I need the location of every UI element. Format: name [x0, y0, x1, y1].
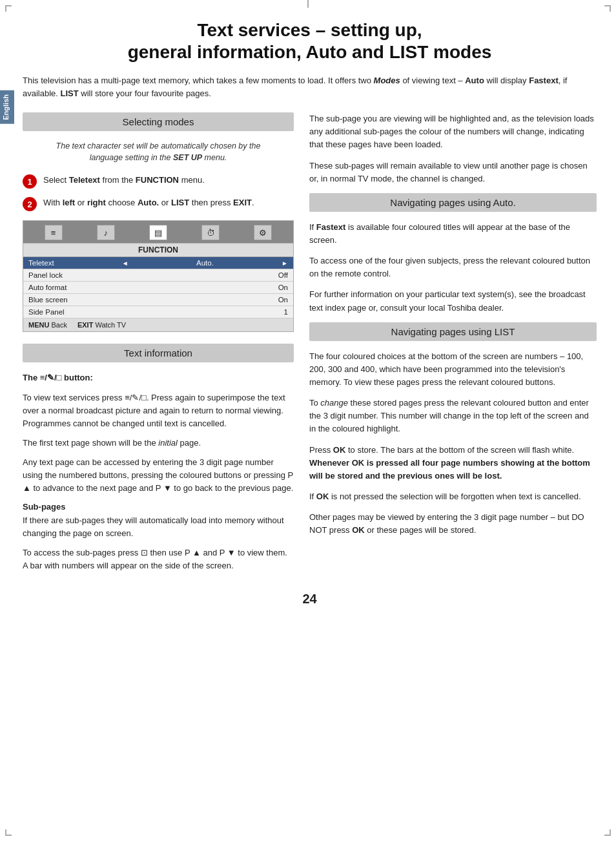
menu-row-blue-screen: Blue screen On	[23, 294, 293, 306]
subpages-heading: Sub-pages	[23, 502, 294, 512]
subpage-highlight-para: The sub-page you are viewing will be hig…	[309, 112, 597, 151]
corner-decoration-br	[604, 829, 611, 836]
step-2-number: 2	[23, 197, 37, 211]
step-1-number: 1	[23, 174, 37, 189]
menu-row-auto-format: Auto format On	[23, 282, 293, 294]
menu-label-blue-screen: Blue screen	[28, 296, 68, 304]
top-tick-decoration	[307, 0, 309, 8]
text-information-header: Text information	[23, 344, 294, 362]
menu-label-side-panel: Side Panel	[28, 308, 65, 316]
left-column: Selecting modes The text character set w…	[23, 112, 294, 579]
button-description: To view text services press ≡/✎/□. Press…	[23, 391, 294, 430]
text-information-section: Text information The ≡/✎/□ button: To vi…	[23, 344, 294, 572]
subpage-remain-para: These sub-pages will remain available to…	[309, 160, 597, 185]
italic-note: The text character set will be automatic…	[23, 140, 294, 163]
menu-value-blue-screen: On	[278, 296, 288, 304]
two-column-layout: Selecting modes The text character set w…	[23, 112, 597, 579]
menu-value-teletext: Auto.	[196, 259, 214, 267]
function-menu-title: FUNCTION	[23, 243, 293, 257]
menu-icon-music: ♪	[97, 225, 115, 240]
ok-not-pressed-para: If OK is not pressed the selection will …	[309, 490, 597, 503]
menu-icon-list: ≡	[45, 225, 63, 240]
corner-decoration-tr	[604, 5, 611, 12]
menu-value-side-panel: 1	[284, 308, 288, 316]
menu-label-auto-format: Auto format	[28, 284, 67, 291]
menu-arrow-right: ►	[282, 260, 288, 267]
menu-label-teletext: Teletext	[28, 259, 54, 267]
first-page-note: The first text page shown will be the in…	[23, 437, 294, 450]
page-number: 24	[23, 592, 597, 607]
step-2: 2 With left or right choose Auto. or LIS…	[23, 196, 294, 211]
right-column: The sub-page you are viewing will be hig…	[309, 112, 597, 579]
menu-row-side-panel: Side Panel 1	[23, 306, 293, 318]
menu-icon-setup: ⚙	[254, 225, 272, 240]
step-1-text: Select Teletext from the FUNCTION menu.	[43, 174, 205, 187]
menu-footer: MENU Back EXIT Watch TV	[23, 318, 293, 331]
nav-list-header: Navigating pages using LIST	[309, 322, 597, 341]
step-2-text: With left or right choose Auto. or LIST …	[43, 196, 254, 209]
menu-footer-menu-key: MENU Back	[28, 321, 67, 329]
fastext-para: If Fastext is available four coloured ti…	[309, 221, 597, 247]
access-subject-para: To access one of the four given subjects…	[309, 254, 597, 280]
four-coloured-para: The four coloured choices at the bottom …	[309, 350, 597, 389]
button-heading: The ≡/✎/□ button:	[23, 371, 294, 384]
corner-decoration-bl	[5, 829, 12, 836]
menu-icons-row: ≡ ♪ ▤ ⏱ ⚙	[23, 221, 293, 243]
further-info-para: For further information on your particul…	[309, 288, 597, 314]
intro-paragraph: This television has a multi-page text me…	[23, 74, 597, 99]
step-1: 1 Select Teletext from the FUNCTION menu…	[23, 174, 294, 189]
any-page-note: Any text page can be accessed by enterin…	[23, 456, 294, 495]
menu-label-panel-lock: Panel lock	[28, 271, 63, 279]
menu-value-panel-lock: Off	[278, 271, 288, 279]
menu-row-teletext: Teletext ◄ Auto. ►	[23, 257, 293, 269]
menu-icon-clock: ⏱	[201, 225, 220, 240]
menu-row-panel-lock: Panel lock Off	[23, 269, 293, 282]
change-stored-para: To change these stored pages press the r…	[309, 397, 597, 435]
function-menu-screenshot: ≡ ♪ ▤ ⏱ ⚙ FUNCTION Teletext ◄ Auto. ► Pa…	[23, 220, 294, 332]
selecting-modes-header: Selecting modes	[23, 112, 294, 131]
corner-decoration-tl	[5, 5, 12, 12]
menu-arrow-left: ◄	[122, 260, 128, 267]
language-tab: English	[0, 90, 14, 124]
menu-footer-exit-key: EXIT Watch TV	[77, 321, 126, 329]
other-pages-para: Other pages may be viewed by entering th…	[309, 511, 597, 537]
page-title: Text services – setting up, general info…	[23, 19, 597, 63]
subpages-access-text: To access the sub-pages press ⊡ then use…	[23, 546, 294, 572]
nav-auto-header: Navigating pages using Auto.	[309, 193, 597, 212]
menu-icon-text: ▤	[149, 225, 167, 240]
menu-value-auto-format: On	[278, 284, 288, 291]
ok-store-para: Press OK to store. The bars at the botto…	[309, 444, 597, 483]
subpages-text: If there are sub-pages they will automat…	[23, 514, 294, 540]
